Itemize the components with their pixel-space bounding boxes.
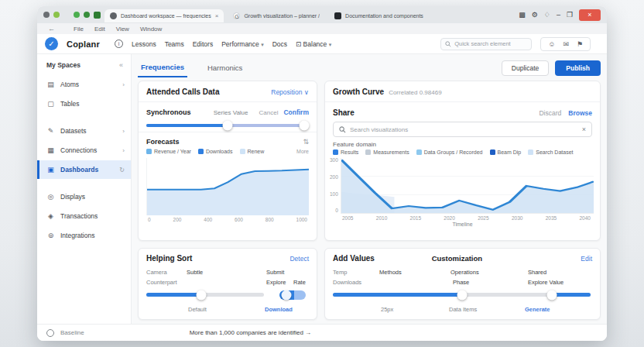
publish-button[interactable]: Publish	[555, 60, 601, 76]
nav-lessons[interactable]: Lessons	[132, 40, 156, 48]
menu-file[interactable]: File	[74, 26, 84, 33]
tab1-favicon	[110, 12, 117, 19]
messages-icon[interactable]: ✉	[563, 40, 569, 48]
extensions-icon[interactable]: ▩	[519, 11, 526, 19]
counterpart-label: Counterpart	[146, 279, 177, 286]
slider-fill	[146, 293, 201, 297]
edit-link[interactable]: Edit	[581, 255, 592, 263]
reposition-link[interactable]: Reposition ∨	[271, 88, 309, 96]
slider-handle-2[interactable]	[547, 290, 557, 300]
series-value-label: Series Value	[203, 109, 259, 116]
chevron-right-icon: ›	[122, 81, 125, 88]
collapse-sidebar-icon[interactable]: «	[119, 61, 123, 69]
browser-tab-2[interactable]: G Growth visualization – planner /	[228, 9, 325, 22]
window-control-dot[interactable]	[43, 12, 50, 18]
tab-close-icon[interactable]: ×	[215, 12, 219, 19]
helping-title: Helping Sort	[146, 254, 192, 263]
status-bar: Baseline More than 1,000 companies are i…	[37, 324, 607, 341]
connections-icon: ▦	[46, 146, 55, 154]
sidebar-title: My Spaces	[46, 61, 80, 69]
settings-icon[interactable]: ⚙	[532, 11, 538, 19]
feature-domain-label: Feature domain	[325, 141, 600, 148]
nav-teams[interactable]: Teams	[165, 40, 184, 48]
duplicate-button[interactable]: Duplicate	[502, 60, 549, 76]
generate-link[interactable]: Generate	[525, 306, 550, 313]
phase-label: Phase	[453, 279, 469, 286]
back-icon[interactable]: ←	[48, 25, 55, 33]
profile-icon[interactable]: ♢	[544, 11, 550, 19]
sidebar-item-displays[interactable]: ◎ Displays	[37, 187, 131, 206]
legend-swatch	[490, 149, 495, 155]
menu-window[interactable]: Window	[140, 26, 162, 33]
pinned-tab-icon[interactable]	[94, 12, 101, 19]
tab-frequencies[interactable]: Frequencies	[138, 60, 187, 77]
tab-harmonics[interactable]: Harmonics	[204, 60, 245, 77]
tab3-favicon	[334, 12, 341, 19]
confirm-link[interactable]: Confirm	[283, 108, 309, 116]
status-icon[interactable]	[46, 329, 54, 337]
sidebar-item-atoms[interactable]: ▤ Atoms ›	[37, 75, 131, 94]
slider-handle-1[interactable]	[457, 290, 467, 300]
sync-range-slider[interactable]	[146, 124, 309, 127]
sort-icon[interactable]: ⇅	[303, 138, 309, 146]
add-values-title: Add Values	[333, 254, 375, 263]
menu-view[interactable]: View	[116, 26, 129, 33]
notifications-icon[interactable]: ⚑	[577, 40, 583, 48]
tab1-title: Dashboard workspace — frequencies	[121, 13, 211, 19]
browser-tab-3[interactable]: Documentation and components	[329, 9, 429, 22]
growth-y-axis: 300200 1000	[330, 158, 341, 214]
sidebar-item-integrations[interactable]: ⊚ Integrations	[37, 226, 131, 245]
chevron-down-icon: ▾	[261, 42, 264, 47]
forecasts-area-chart	[146, 158, 309, 215]
download-link[interactable]: Download	[265, 306, 293, 313]
legend-swatch	[333, 149, 338, 155]
temp-label: Temp	[333, 269, 347, 276]
shared-label: Shared	[528, 269, 546, 276]
nav-docs[interactable]: Docs	[272, 40, 287, 48]
camera-label: Camera	[146, 269, 167, 276]
minimize-icon[interactable]: –	[557, 11, 560, 19]
submit-label: Submit	[266, 269, 284, 276]
downloads-label: Downloads	[333, 279, 361, 286]
detect-link[interactable]: Detect	[289, 255, 309, 263]
helping-toggle[interactable]	[279, 290, 306, 300]
legend-swatch	[365, 149, 371, 155]
nav-editors[interactable]: Editors	[193, 40, 213, 48]
slider-handle-1[interactable]	[223, 121, 233, 131]
clear-search-icon[interactable]: ×	[582, 125, 586, 133]
sidebar-item-tables[interactable]: ▢ Tables	[37, 94, 131, 113]
app-logo[interactable]: ✓	[45, 37, 58, 50]
pinned-tab-icon[interactable]	[53, 12, 60, 18]
values-range-slider[interactable]	[333, 293, 591, 297]
search-placeholder: Search visualizations	[350, 126, 578, 133]
sidebar-item-dashboards[interactable]: ▣ Dashboards ↻	[37, 160, 131, 179]
restore-icon[interactable]: ❐	[567, 11, 573, 19]
header-search-placeholder: Quick search element	[454, 40, 511, 47]
pinned-tab-icon[interactable]	[84, 12, 90, 18]
legend-more-link[interactable]: More	[296, 149, 309, 154]
helping-slider[interactable]	[146, 293, 264, 297]
menu-edit[interactable]: Edit	[94, 26, 105, 33]
displays-icon: ◎	[46, 193, 55, 201]
help-icon[interactable]: ☺	[548, 40, 555, 48]
close-window-button[interactable]: ×	[579, 9, 601, 21]
slider-handle[interactable]	[197, 290, 207, 300]
header-search-input[interactable]: Quick search element	[440, 38, 532, 50]
pinned-tab-icon[interactable]	[74, 12, 80, 18]
visualization-search-input[interactable]: Search visualizations ×	[333, 122, 592, 137]
sidebar: My Spaces « ▤ Atoms › ▢ Tables ✎ Dataset…	[37, 54, 132, 324]
browse-link[interactable]: Browse	[568, 109, 592, 117]
status-center-text[interactable]: More than 1,000 companies are identified…	[190, 329, 311, 336]
nav-performance[interactable]: Performance ▾	[221, 40, 264, 48]
cancel-link[interactable]: Cancel	[259, 109, 279, 116]
nav-balance[interactable]: ⊡ Balance ▾	[296, 40, 331, 48]
sidebar-item-connections[interactable]: ▦ Connections ›	[37, 141, 131, 160]
sidebar-item-datasets[interactable]: ✎ Datasets ›	[37, 122, 131, 140]
discard-link[interactable]: Discard	[539, 109, 561, 117]
slider-handle-2[interactable]	[299, 121, 309, 131]
home-icon[interactable]: i	[115, 40, 123, 48]
browser-tab-1[interactable]: Dashboard workspace — frequencies ×	[104, 9, 224, 22]
sidebar-item-transactions[interactable]: ◈ Transactions	[37, 207, 131, 225]
transactions-icon: ◈	[46, 212, 55, 220]
refresh-icon[interactable]: ↻	[119, 167, 125, 174]
